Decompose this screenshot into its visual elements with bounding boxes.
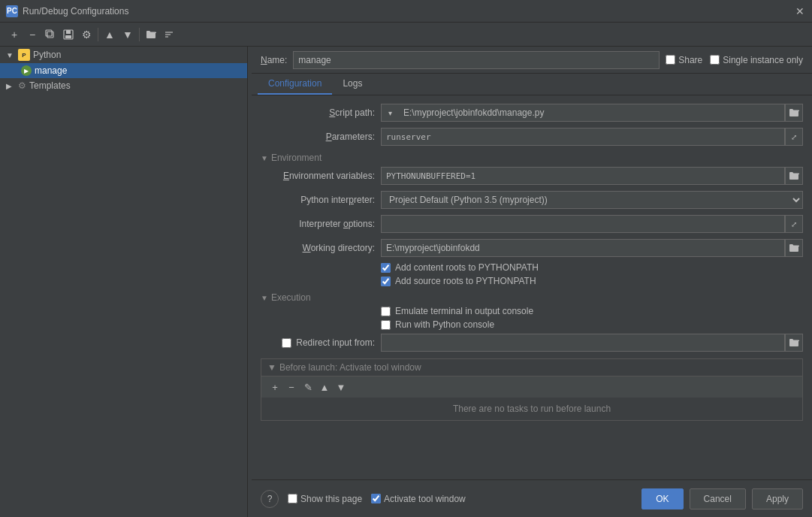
title-bar-title: Run/Debug Configurations <box>23 6 128 17</box>
cancel-button[interactable]: Cancel <box>690 488 746 509</box>
before-launch-edit-button[interactable]: ✎ <box>300 379 315 395</box>
single-instance-checkbox-label[interactable]: Single instance only <box>710 55 803 65</box>
working-directory-input[interactable] <box>381 239 785 257</box>
script-path-browse-button[interactable] <box>785 104 803 122</box>
close-button[interactable]: ✕ <box>794 5 806 17</box>
activate-tool-window-text: Activate tool window <box>384 494 466 504</box>
manage-label: manage <box>35 65 67 76</box>
before-launch-header: ▼ Before launch: Activate tool window <box>261 359 802 376</box>
activate-tool-window-checkbox[interactable] <box>371 494 381 503</box>
apply-button[interactable]: Apply <box>752 488 803 509</box>
bottom-bar: ? Show this page Activate tool window OK… <box>252 479 812 517</box>
save-configuration-button[interactable] <box>60 26 77 43</box>
templates-icon: ⚙ <box>18 80 26 91</box>
working-directory-label: Working directory: <box>261 243 381 253</box>
script-type-dropdown[interactable]: ▾ <box>381 104 399 122</box>
env-variables-browse-button[interactable] <box>785 167 803 185</box>
env-variables-row: Environment variables: <box>261 166 803 186</box>
redirect-input-row: Redirect input from: <box>261 333 803 352</box>
working-directory-browse-button[interactable] <box>785 239 803 257</box>
share-label: Share <box>678 55 702 65</box>
python-interpreter-select[interactable]: Project Default (Python 3.5 (myproject)) <box>381 191 803 209</box>
before-launch-up-button[interactable]: ▲ <box>317 379 332 395</box>
show-page-checkbox[interactable] <box>288 494 297 503</box>
redirect-input-browse-button[interactable] <box>785 334 803 352</box>
header-options-section: Share Single instance only <box>666 55 803 65</box>
run-icon: ▶ <box>21 65 32 76</box>
env-variables-input[interactable] <box>381 167 785 185</box>
add-source-roots-checkbox[interactable] <box>381 277 391 286</box>
svg-rect-3 <box>66 30 71 34</box>
toolbar-separator-2 <box>139 28 140 41</box>
script-path-input[interactable] <box>399 104 785 122</box>
svg-rect-4 <box>65 35 71 38</box>
activate-tool-window-label[interactable]: Activate tool window <box>371 494 466 504</box>
name-input[interactable] <box>293 51 660 69</box>
dialog: + − ⚙ ▲ ▼ ▼ P <box>0 23 812 517</box>
script-path-label: Script path: <box>261 107 381 118</box>
remove-configuration-button[interactable]: − <box>24 26 41 43</box>
tab-configuration[interactable]: Configuration <box>258 74 332 95</box>
working-directory-row: Working directory: <box>261 238 803 258</box>
env-variables-label: Environment variables: <box>261 171 381 181</box>
parameters-row: Parameters: ⤢ <box>261 127 803 147</box>
add-content-roots-label[interactable]: Add content roots to PYTHONPATH <box>395 262 539 273</box>
before-launch-toolbar: + − ✎ ▲ ▼ <box>261 376 802 398</box>
share-checkbox-label[interactable]: Share <box>666 55 702 65</box>
templates-arrow-icon: ▶ <box>6 82 15 90</box>
run-python-console-label[interactable]: Run with Python console <box>395 319 494 330</box>
parameters-label: Parameters: <box>261 132 381 142</box>
tabs: Configuration Logs <box>252 74 812 95</box>
copy-configuration-button[interactable] <box>42 26 59 43</box>
tab-logs[interactable]: Logs <box>332 74 373 95</box>
sort-button[interactable] <box>161 26 177 43</box>
tree-item-templates[interactable]: ▶ ⚙ Templates <box>0 78 247 93</box>
ok-button[interactable]: OK <box>641 488 683 509</box>
move-up-button[interactable]: ▲ <box>101 26 118 43</box>
add-content-roots-checkbox[interactable] <box>381 263 391 273</box>
execution-section-header: ▼ Execution <box>261 292 803 303</box>
emulate-terminal-row: Emulate terminal in output console <box>381 306 803 316</box>
redirect-input-label[interactable]: Redirect input from: <box>296 337 375 348</box>
parameters-input[interactable] <box>381 128 785 146</box>
interpreter-options-label: Interpreter options: <box>261 219 381 229</box>
parameters-expand-button[interactable]: ⤢ <box>785 128 803 146</box>
move-down-button[interactable]: ▼ <box>119 26 136 43</box>
single-instance-checkbox[interactable] <box>710 55 720 65</box>
add-content-roots-row: Add content roots to PYTHONPATH <box>381 262 803 273</box>
emulate-terminal-checkbox[interactable] <box>381 307 391 316</box>
add-source-roots-label[interactable]: Add source roots to PYTHONPATH <box>395 276 536 286</box>
settings-button[interactable]: ⚙ <box>78 26 95 43</box>
before-launch-remove-button[interactable]: − <box>284 379 299 395</box>
script-path-wrapper: ▾ <box>381 104 785 122</box>
redirect-input-field[interactable] <box>381 334 785 352</box>
before-launch-section: ▼ Before launch: Activate tool window + … <box>261 358 803 421</box>
add-configuration-button[interactable]: + <box>6 26 23 43</box>
top-header: Name: Share Single instance only <box>252 47 812 74</box>
share-checkbox[interactable] <box>666 55 675 65</box>
before-launch-down-button[interactable]: ▼ <box>334 379 349 395</box>
interpreter-options-row: Interpreter options: ⤢ <box>261 214 803 234</box>
folder-button[interactable] <box>143 26 159 43</box>
before-launch-empty: There are no tasks to run before launch <box>261 398 802 420</box>
interpreter-options-input[interactable] <box>381 215 785 233</box>
emulate-terminal-label[interactable]: Emulate terminal in output console <box>395 306 533 316</box>
svg-text:P: P <box>22 52 26 59</box>
right-panel: Name: Share Single instance only Confi <box>252 47 812 517</box>
tree-item-python[interactable]: ▼ P Python <box>0 47 247 63</box>
header-name-section: Name: <box>261 51 660 69</box>
before-launch-label: Before launch: Activate tool window <box>279 362 421 373</box>
show-page-text: Show this page <box>300 494 362 504</box>
show-page-label[interactable]: Show this page <box>288 494 362 504</box>
execution-arrow-icon: ▼ <box>261 294 268 302</box>
help-button[interactable]: ? <box>261 490 279 508</box>
single-instance-label: Single instance only <box>723 55 803 65</box>
tree-item-manage[interactable]: ▶ manage <box>0 63 247 78</box>
redirect-input-checkbox[interactable] <box>282 338 291 348</box>
environment-arrow-icon: ▼ <box>261 154 268 162</box>
interpreter-options-expand-button[interactable]: ⤢ <box>785 215 803 233</box>
before-launch-add-button[interactable]: + <box>267 379 282 395</box>
run-python-console-checkbox[interactable] <box>381 320 391 330</box>
environment-section-label: Environment <box>271 153 321 163</box>
svg-rect-0 <box>47 32 53 38</box>
